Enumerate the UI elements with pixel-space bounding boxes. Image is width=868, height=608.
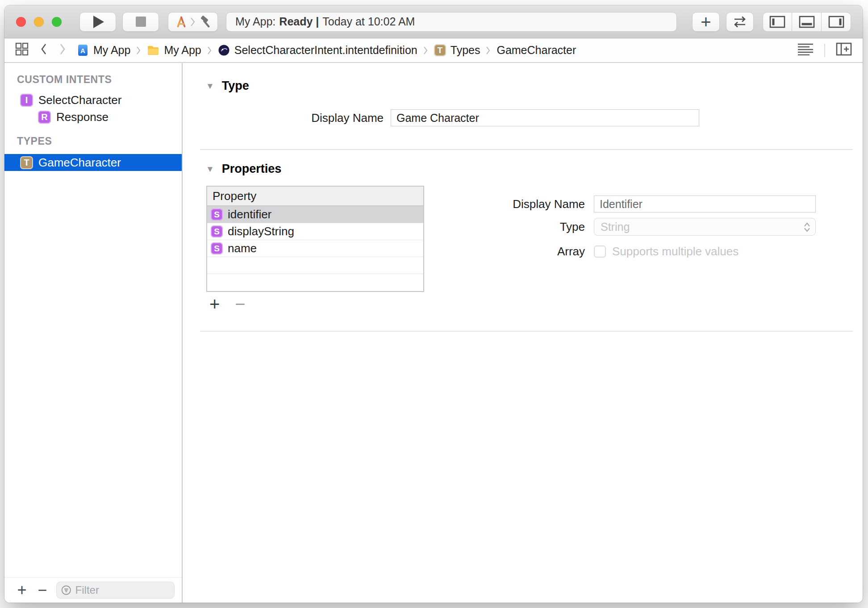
response-badge: R: [38, 111, 51, 124]
type-dropdown-value: String: [601, 221, 630, 233]
minimize-window-button[interactable]: [34, 17, 44, 27]
xcode-window: My App: Ready | Today at 10:02 AM +: [4, 5, 863, 603]
filter-field[interactable]: [56, 582, 175, 599]
type-badge: T: [20, 156, 33, 169]
back-button[interactable]: [40, 43, 47, 58]
text-lines-icon: [797, 43, 814, 55]
sidebar-item-response[interactable]: R Response: [4, 108, 182, 125]
library-button[interactable]: +: [692, 12, 720, 32]
sidebar-item-label: SelectCharacter: [38, 93, 121, 107]
status-time: Today at 10:02 AM: [322, 15, 415, 28]
hammer-icon: [198, 15, 211, 29]
plus-icon: +: [701, 13, 711, 31]
forward-button[interactable]: [59, 43, 66, 58]
chevron-right-icon: [59, 43, 66, 55]
sidebar-bottom-bar: + −: [4, 577, 182, 603]
inspector-panel-icon: [828, 16, 844, 28]
code-review-button[interactable]: [726, 12, 754, 32]
breadcrumb-types[interactable]: T Types: [434, 44, 480, 57]
divider: [824, 44, 825, 57]
type-section-header: ▼ Type: [206, 79, 249, 93]
detail-type-label: Type: [183, 220, 585, 234]
xcode-tools-icon: [175, 15, 188, 29]
compare-arrows-icon: [731, 15, 748, 29]
property-row-empty[interactable]: [207, 257, 423, 274]
remove-intent-button[interactable]: −: [32, 582, 53, 598]
breadcrumb-label: My App: [164, 44, 201, 57]
array-checkbox[interactable]: [594, 246, 606, 258]
detail-array-row: Array Supports multiple values: [183, 245, 739, 258]
type-display-name-input[interactable]: [391, 109, 699, 126]
detail-array-label: Array: [183, 245, 585, 258]
panel-toggles: [763, 12, 851, 32]
add-editor-button[interactable]: [836, 42, 852, 59]
section-header-types: TYPES: [17, 134, 182, 148]
add-editor-icon: [836, 42, 852, 57]
activity-status-display: My App: Ready | Today at 10:02 AM: [226, 12, 677, 32]
section-header-custom-intents: CUSTOM INTENTS: [17, 73, 182, 86]
intents-sidebar: CUSTOM INTENTS I SelectCharacter R Respo…: [4, 63, 182, 603]
folder-icon: [147, 45, 159, 56]
array-checkbox-label: Supports multiple values: [612, 245, 739, 258]
related-items-button[interactable]: [15, 42, 29, 58]
stop-button[interactable]: [122, 12, 159, 32]
breadcrumb-project[interactable]: A My App: [77, 44, 130, 57]
svg-text:A: A: [80, 47, 85, 54]
properties-disclosure-triangle[interactable]: ▼: [206, 164, 214, 174]
section-divider: [200, 331, 853, 332]
breadcrumb-gamecharacter[interactable]: GameCharacter: [497, 44, 576, 57]
remove-property-button[interactable]: −: [235, 295, 245, 313]
editor-options-button[interactable]: [797, 43, 814, 58]
properties-section-header: ▼ Properties: [206, 162, 281, 176]
breadcrumb-label: My App: [93, 44, 130, 57]
status-state: Ready |: [279, 15, 319, 28]
type-section-title: Type: [222, 79, 249, 93]
intent-file-icon: [218, 44, 230, 56]
properties-section-title: Properties: [222, 162, 282, 176]
content-area: CUSTOM INTENTS I SelectCharacter R Respo…: [4, 63, 863, 603]
breadcrumb: A My App My App: [77, 44, 797, 57]
section-divider: [200, 149, 853, 150]
breadcrumb-intent-file[interactable]: SelectCharacterIntent.intentdefinition: [218, 44, 417, 57]
type-dropdown[interactable]: String: [594, 218, 816, 236]
chevron-left-icon: [40, 43, 47, 55]
intent-badge: I: [20, 94, 33, 107]
detail-display-name-row: Display Name: [183, 196, 816, 212]
sidebar-outline: CUSTOM INTENTS I SelectCharacter R Respo…: [4, 63, 182, 577]
play-icon: [93, 16, 104, 28]
breadcrumb-label: GameCharacter: [497, 44, 576, 57]
type-disclosure-triangle[interactable]: ▼: [206, 81, 214, 91]
jump-bar: A My App My App: [4, 38, 863, 63]
filter-input[interactable]: [75, 584, 170, 596]
property-row-empty[interactable]: [207, 274, 423, 291]
status-project: My App:: [235, 15, 275, 28]
type-badge: T: [434, 44, 446, 56]
activity-tools-button[interactable]: [168, 12, 218, 32]
toolbar: My App: Ready | Today at 10:02 AM +: [4, 5, 863, 38]
zoom-window-button[interactable]: [52, 17, 62, 27]
sidebar-item-selectcharacter[interactable]: I SelectCharacter: [4, 92, 182, 108]
close-window-button[interactable]: [16, 17, 26, 27]
breadcrumb-label: Types: [451, 44, 480, 57]
detail-display-name-input[interactable]: [594, 196, 816, 212]
sidebar-item-gamecharacter[interactable]: T GameCharacter: [4, 154, 182, 171]
jump-bar-right: [797, 42, 852, 59]
navigator-panel-icon: [769, 16, 785, 28]
chevron-separator-icon: [190, 17, 196, 27]
breadcrumb-chevron-icon: [136, 46, 141, 55]
display-name-label: Display Name: [183, 111, 384, 125]
navigator-toggle-button[interactable]: [763, 12, 792, 32]
add-intent-button[interactable]: +: [12, 582, 32, 598]
property-table-actions: + −: [209, 295, 246, 313]
stepper-chevrons-icon: [803, 221, 811, 233]
breadcrumb-group[interactable]: My App: [147, 44, 201, 57]
project-icon: A: [77, 44, 89, 56]
stop-icon: [136, 17, 146, 27]
inspector-toggle-button[interactable]: [822, 12, 851, 32]
sidebar-item-label: Response: [56, 110, 108, 124]
run-button[interactable]: [79, 12, 116, 32]
breadcrumb-chevron-icon: [423, 46, 428, 55]
breadcrumb-label: SelectCharacterIntent.intentdefinition: [234, 44, 417, 57]
debug-area-toggle-button[interactable]: [792, 12, 822, 32]
add-property-button[interactable]: +: [209, 295, 220, 313]
